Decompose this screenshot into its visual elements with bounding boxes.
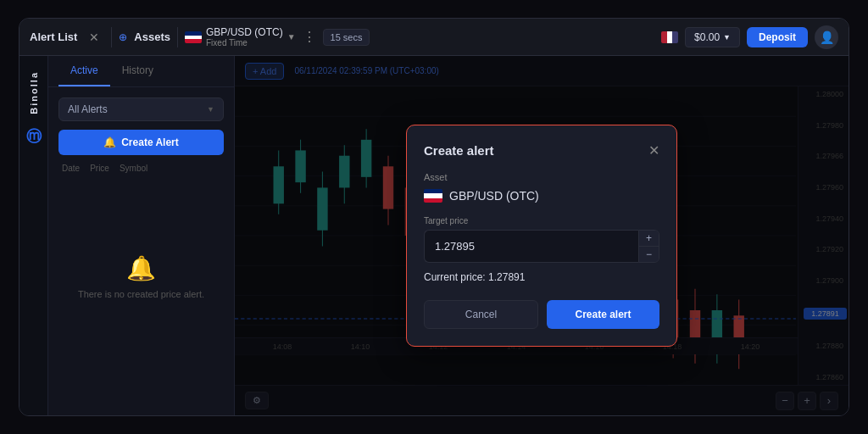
- modal-flag-icon: [424, 189, 442, 203]
- pair-name: GBP/USD (OTC): [206, 26, 283, 38]
- balance-button[interactable]: $0.00 ▼: [685, 27, 740, 47]
- bell-icon: 🔔: [103, 136, 116, 148]
- divider2: [177, 27, 178, 47]
- modal-title: Create alert: [424, 143, 494, 158]
- modal-asset-name: GBP/USD (OTC): [449, 189, 539, 203]
- brand-logo-icon: ⓜ: [26, 126, 42, 147]
- empty-state: 🔔 There is no created price alert.: [58, 181, 224, 405]
- pair-selector[interactable]: GBP/USD (OTC) Fixed Time ▼: [185, 26, 296, 47]
- balance-chevron-icon: ▼: [723, 33, 731, 42]
- top-bar-left: Alert List ✕ ⊕ Assets GBP/USD (OTC) Fixe…: [30, 26, 653, 47]
- chevron-down-icon: ▼: [287, 32, 296, 42]
- current-price-prefix: Current price:: [424, 271, 486, 283]
- col-price: Price: [90, 164, 109, 173]
- price-stepper: + −: [638, 230, 659, 263]
- user-icon: 👤: [820, 31, 834, 44]
- tab-history[interactable]: History: [110, 56, 165, 86]
- divider: [111, 27, 112, 47]
- close-alert-list-button[interactable]: ✕: [84, 29, 104, 46]
- create-alert-button[interactable]: 🔔 Create Alert: [58, 130, 224, 155]
- create-alert-modal: Create alert ✕ Asset GBP/USD (OTC) Targe…: [406, 125, 677, 347]
- alert-list-title: Alert List: [30, 31, 77, 43]
- navigation-icon: ⊕: [119, 31, 127, 43]
- create-alert-confirm-button[interactable]: Create alert: [547, 300, 659, 329]
- top-bar-right: $0.00 ▼ Deposit 👤: [661, 25, 838, 49]
- flag-us-icon: [661, 31, 678, 43]
- main-container: Alert List ✕ ⊕ Assets GBP/USD (OTC) Fixe…: [19, 18, 849, 416]
- modal-target-price-label: Target price: [424, 216, 659, 225]
- user-avatar-button[interactable]: 👤: [815, 25, 838, 49]
- modal-actions: Cancel Create alert: [424, 300, 659, 329]
- create-alert-label: Create Alert: [121, 136, 179, 148]
- modal-close-button[interactable]: ✕: [648, 142, 659, 159]
- balance-value: $0.00: [694, 31, 720, 43]
- tab-active[interactable]: Active: [58, 56, 110, 86]
- pair-info: GBP/USD (OTC) Fixed Time: [206, 26, 283, 47]
- flag-uk-icon: [185, 31, 202, 43]
- modal-asset-row: GBP/USD (OTC): [424, 189, 659, 203]
- empty-text: There is no created price alert.: [78, 289, 204, 299]
- more-options-button[interactable]: ⋮: [303, 29, 316, 45]
- brand-name: Binolla: [29, 71, 39, 114]
- table-header: Date Price Symbol: [58, 164, 224, 173]
- content-area: Binolla ⓜ Active History All Alerts ▼ 🔔 …: [19, 56, 849, 415]
- deposit-button[interactable]: Deposit: [747, 27, 808, 47]
- chart-area: + Add 06/11/2024 02:39:59 PM (UTC+03:00): [235, 56, 849, 415]
- col-symbol: Symbol: [120, 164, 147, 173]
- cancel-button[interactable]: Cancel: [424, 300, 538, 329]
- stepper-down-button[interactable]: −: [639, 247, 659, 262]
- top-bar: Alert List ✕ ⊕ Assets GBP/USD (OTC) Fixe…: [19, 19, 849, 56]
- current-price-value: 1.27891: [488, 271, 525, 283]
- alert-tabs: Active History: [48, 56, 234, 87]
- alert-panel-body: All Alerts ▼ 🔔 Create Alert Date Price S…: [48, 87, 234, 415]
- pair-sublabel: Fixed Time: [206, 38, 283, 47]
- time-badge: 15 secs: [323, 29, 370, 46]
- all-alerts-label: All Alerts: [68, 103, 108, 115]
- all-alerts-dropdown[interactable]: All Alerts ▼: [58, 97, 224, 121]
- modal-header: Create alert ✕: [424, 142, 659, 159]
- modal-current-price: Current price: 1.27891: [424, 271, 659, 283]
- modal-input-row: + −: [424, 230, 659, 263]
- alert-panel: Active History All Alerts ▼ 🔔 Create Ale…: [48, 56, 235, 415]
- target-price-input[interactable]: [424, 230, 638, 263]
- empty-icon: 🔔: [126, 254, 156, 282]
- col-date: Date: [62, 164, 80, 173]
- brand-sidebar: Binolla ⓜ: [19, 56, 48, 415]
- stepper-up-button[interactable]: +: [639, 231, 659, 247]
- modal-overlay: Create alert ✕ Asset GBP/USD (OTC) Targe…: [235, 56, 849, 415]
- assets-label: Assets: [134, 31, 170, 43]
- modal-asset-label: Asset: [424, 172, 659, 182]
- dropdown-chevron-icon: ▼: [207, 105, 214, 114]
